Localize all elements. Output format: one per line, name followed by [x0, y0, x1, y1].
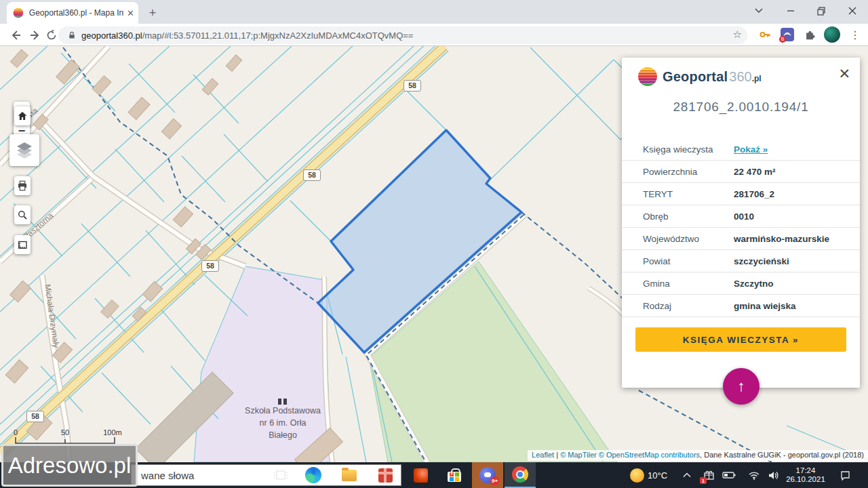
layers-button[interactable]	[9, 134, 39, 166]
notification-count-badge: 9+	[490, 476, 499, 485]
taskbar-clock[interactable]: 17:24 26.10.2021	[780, 462, 831, 488]
row-label: Gmina	[643, 279, 734, 289]
parcel-info-panel: Geoportal 360 .pl ✕ 281706_2.0010.194/1 …	[622, 58, 860, 388]
clock-date: 26.10.2021	[786, 475, 825, 484]
row-label: Powierzchnia	[643, 167, 734, 177]
logo-text-3: .pl	[752, 74, 762, 83]
bookmark-star-icon[interactable]: ☆	[733, 28, 742, 41]
url-domain: geoportal360.pl	[81, 30, 142, 41]
map-attribution: Leaflet | © MapTiler © OpenStreetMap con…	[528, 450, 868, 461]
row-value: 0010	[734, 211, 754, 222]
tray-chevron-icon[interactable]	[676, 462, 698, 488]
table-row: Powierzchnia 22 470 m²	[622, 161, 860, 183]
url-path: /map/#l:53.57011,21.011,17;p:MjgxNzA2XzI…	[142, 30, 414, 41]
road-badge-58: 58	[303, 169, 321, 181]
row-label: Powiat	[643, 256, 734, 266]
svg-text:nr 6 im. Orła: nr 6 im. Orła	[260, 418, 307, 428]
home-icon	[16, 110, 28, 122]
row-label: Rodzaj	[643, 301, 734, 311]
table-row: TERYT 281706_2	[622, 183, 860, 205]
road-badge-58: 58	[26, 411, 44, 422]
maptiler-osm-link[interactable]: © MapTiler © OpenStreetMap contributors	[560, 451, 700, 459]
profile-avatar[interactable]	[823, 26, 841, 43]
road-badge-58: 58	[201, 260, 219, 272]
chrome-icon	[512, 466, 528, 483]
window-chevron-icon[interactable]	[745, 0, 772, 22]
browser-tab[interactable]: Geoportal360.pl - Mapa Interakty ✕	[7, 2, 138, 24]
search-icon	[16, 209, 28, 221]
row-value: warmińsko-mazurskie	[734, 234, 829, 244]
tab-close-icon[interactable]: ✕	[127, 8, 134, 18]
row-label: Obręb	[643, 211, 734, 222]
row-label: Księga wieczysta	[643, 144, 734, 155]
window-minimize-icon[interactable]	[777, 0, 804, 22]
parcel-id: 281706_2.0010.194/1	[622, 100, 860, 115]
row-label: Województwo	[643, 234, 734, 244]
geoportal-logo: Geoportal 360 .pl	[637, 66, 762, 87]
leaflet-link[interactable]: Leaflet	[532, 451, 554, 459]
attr-rest: , Dane Kastralne GUGiK - geoportal.gov.p…	[700, 451, 864, 459]
measure-button[interactable]	[14, 235, 31, 254]
table-row: Powiat szczycieński	[622, 250, 860, 272]
store-icon[interactable]	[439, 462, 469, 488]
attr-sep: |	[554, 451, 560, 459]
measure-icon	[16, 239, 28, 251]
school-area	[194, 266, 331, 462]
extension-blocker-icon[interactable]: B	[778, 26, 796, 43]
parcel-attributes-table: Księga wieczysta Pokaż » Powierzchnia 22…	[622, 138, 860, 317]
svg-text:Białego: Białego	[269, 430, 297, 440]
window-restore-icon[interactable]	[808, 0, 835, 22]
file-explorer-icon[interactable]	[334, 462, 364, 488]
back-icon[interactable]	[6, 26, 25, 45]
clock-time: 17:24	[796, 466, 816, 475]
row-value: Szczytno	[734, 279, 774, 289]
layers-icon	[14, 141, 35, 160]
weather-temp[interactable]: 10°C	[648, 462, 667, 488]
panel-close-icon[interactable]: ✕	[838, 66, 850, 82]
browser-menu-icon[interactable]: ⋮	[846, 26, 864, 43]
office-icon[interactable]	[406, 462, 435, 488]
task-view-icon[interactable]	[266, 462, 296, 488]
window-close-icon[interactable]	[839, 0, 866, 22]
adresowo-watermark: Adresowo.pl	[1, 444, 138, 487]
search-button[interactable]	[14, 205, 31, 224]
tab-title: Geoportal360.pl - Mapa Interakty	[29, 8, 124, 18]
screen: Geoportal360.pl - Mapa Interakty ✕ +	[0, 0, 868, 488]
svg-text:50: 50	[61, 428, 69, 436]
table-row: Gmina Szczytno	[622, 272, 860, 295]
ksiega-wieczysta-button[interactable]: KSIĘGA WIECZYSTA »	[635, 327, 846, 352]
home-button[interactable]	[14, 106, 31, 125]
row-value: 281706_2	[734, 189, 774, 199]
scroll-top-fab[interactable]: ↑	[723, 368, 760, 405]
chrome-taskbar-icon[interactable]	[505, 462, 536, 488]
svg-text:100m: 100m	[103, 428, 122, 436]
road-badge-58: 58	[403, 80, 421, 92]
tray-badge: 1	[700, 477, 707, 484]
address-bar[interactable]: geoportal360.pl/map/#l:53.57011,21.011,1…	[58, 26, 747, 44]
svg-text:Szkoła Podstawowa: Szkoła Podstawowa	[245, 406, 321, 415]
row-value: gmina wiejska	[734, 301, 796, 311]
search-text: wane słowa	[141, 470, 194, 481]
gift-app-icon[interactable]	[370, 462, 400, 488]
action-center-icon[interactable]	[833, 462, 857, 488]
extension-key-icon[interactable]	[756, 26, 774, 43]
table-row: Rodzaj gmina wiejska	[622, 295, 860, 317]
print-button[interactable]	[14, 176, 31, 195]
tab-favicon-geoportal-icon	[13, 7, 24, 18]
row-value: 22 470 m²	[734, 167, 776, 177]
table-row: Województwo warmińsko-mazurskie	[622, 228, 860, 250]
row-label: TERYT	[643, 189, 734, 199]
logo-text-2: 360	[729, 69, 751, 85]
messenger-app-attention[interactable]: 9+	[472, 462, 503, 488]
edge-icon[interactable]	[298, 462, 328, 488]
lock-icon	[68, 30, 76, 40]
new-tab-button[interactable]: +	[144, 4, 161, 22]
pokaz-link[interactable]: Pokaż »	[734, 144, 768, 155]
geoportal-globe-icon	[637, 66, 658, 87]
url-text[interactable]: geoportal360.pl/map/#l:53.57011,21.011,1…	[81, 30, 705, 41]
logo-text-1: Geoportal	[663, 69, 728, 85]
extensions-puzzle-icon[interactable]	[801, 26, 818, 43]
up-arrow-icon: ↑	[738, 378, 745, 395]
table-row: Księga wieczysta Pokaż »	[622, 138, 860, 161]
browser-toolbar: geoportal360.pl/map/#l:53.57011,21.011,1…	[0, 24, 868, 46]
